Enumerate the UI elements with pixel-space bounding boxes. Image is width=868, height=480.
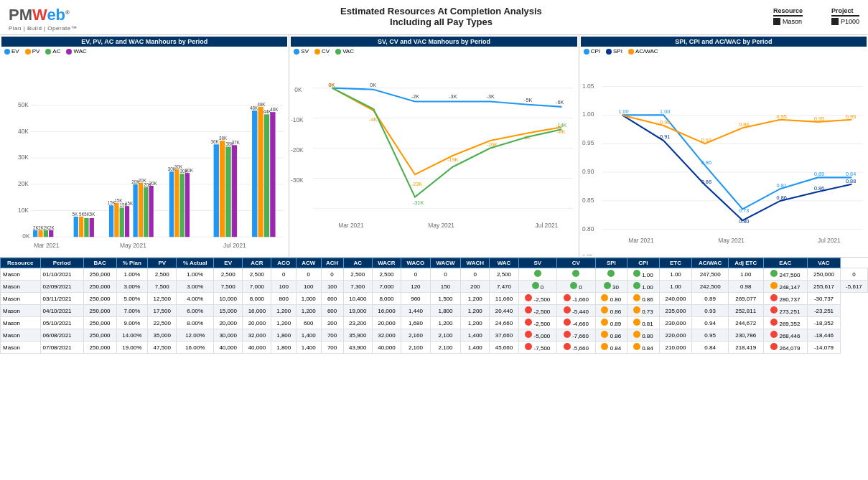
table-cell: 07/08/2021 bbox=[40, 342, 83, 354]
table-cell: 7,000 bbox=[243, 281, 271, 293]
svg-text:2K: 2K bbox=[49, 225, 55, 230]
pv-label: PV bbox=[32, 48, 40, 55]
svg-text:0.94: 0.94 bbox=[739, 121, 749, 128]
col-aco: ACO bbox=[271, 258, 297, 268]
table-cell: 100 bbox=[271, 281, 297, 293]
table-cell: 600 bbox=[321, 305, 343, 317]
col-pct-actual: % Actual bbox=[177, 258, 214, 268]
table-cell: 1,440 bbox=[401, 305, 431, 317]
svg-text:5K: 5K bbox=[90, 212, 95, 217]
col-vac: VAC bbox=[808, 258, 841, 268]
table-cell: 100 bbox=[297, 281, 322, 293]
svg-rect-45 bbox=[174, 169, 179, 237]
chart3-area: 1.05 1.00 0.95 0.90 0.85 0.80 1.00 bbox=[581, 56, 867, 255]
svg-text:1.00: 1.00 bbox=[618, 108, 628, 115]
table-cell: 248,147 bbox=[763, 281, 808, 293]
table-cell: 244,672 bbox=[728, 317, 763, 329]
table-cell: 0 bbox=[461, 268, 490, 281]
table-cell: 1,200 bbox=[297, 305, 322, 317]
table-cell: 16,000 bbox=[243, 305, 271, 317]
col-pct-plan: % Plan bbox=[116, 258, 148, 268]
svg-text:0.86: 0.86 bbox=[701, 179, 711, 185]
ac-label: AC bbox=[52, 48, 60, 55]
table-header-row: Resource Period BAC % Plan PV % Actual E… bbox=[1, 258, 868, 268]
svg-text:0.91: 0.91 bbox=[660, 133, 670, 140]
table-cell: 2,160 bbox=[401, 329, 431, 342]
table-cell: 1.00 bbox=[728, 268, 763, 281]
table-cell: 220,000 bbox=[659, 329, 692, 342]
table-cell: 1,200 bbox=[461, 305, 490, 317]
svg-text:10K: 10K bbox=[18, 207, 29, 214]
svg-text:-19K: -19K bbox=[447, 156, 459, 163]
svg-rect-55 bbox=[232, 145, 237, 237]
table-cell: 120 bbox=[401, 281, 431, 293]
col-bac: BAC bbox=[83, 258, 116, 268]
table-cell: -14,079 bbox=[808, 342, 841, 354]
table-cell: 7,000 bbox=[372, 281, 401, 293]
col-wach: WACH bbox=[461, 258, 490, 268]
table-cell: 15,000 bbox=[214, 305, 243, 317]
table-cell: 24,660 bbox=[490, 317, 518, 329]
spi-dot bbox=[606, 49, 612, 55]
table-cell: 35,000 bbox=[148, 329, 177, 342]
table-cell: 01/10/2021 bbox=[40, 268, 83, 281]
table-cell: -18,446 bbox=[808, 329, 841, 342]
chart3-title: SPI, CPI and AC/WAC by Period bbox=[581, 37, 867, 47]
table-cell: 0.84 bbox=[627, 342, 659, 354]
table-cell: 264,079 bbox=[763, 342, 808, 354]
svg-text:May 2021: May 2021 bbox=[718, 237, 745, 244]
wac-dot bbox=[66, 49, 72, 55]
table-cell: 250,000 bbox=[83, 329, 116, 342]
col-wacw: WACW bbox=[430, 258, 460, 268]
chart2-legend-vac: VAC bbox=[335, 48, 354, 55]
wac-label: WAC bbox=[73, 48, 86, 55]
table-cell: 1,800 bbox=[271, 329, 297, 342]
svg-text:0K: 0K bbox=[370, 82, 376, 88]
svg-text:48K: 48K bbox=[257, 102, 266, 107]
col-wacr: WACR bbox=[372, 258, 401, 268]
svg-text:Jul 2021: Jul 2021 bbox=[223, 242, 246, 249]
table-cell: 19.00% bbox=[116, 342, 148, 354]
col-sv: SV bbox=[518, 258, 557, 268]
chart3-legend-cpi: CPI bbox=[584, 48, 600, 55]
svg-text:May 2021: May 2021 bbox=[429, 222, 455, 229]
chart3-legend-acwac: AC/WAC bbox=[628, 48, 658, 55]
table-cell bbox=[595, 268, 627, 281]
table-cell: 2,500 bbox=[490, 268, 518, 281]
table-cell bbox=[557, 268, 596, 281]
acwac-label: AC/WAC bbox=[635, 48, 658, 55]
logo-eb: eb bbox=[47, 6, 65, 24]
table-cell: 235,000 bbox=[659, 305, 692, 317]
table-cell: 4.00% bbox=[177, 293, 214, 305]
vac-label: VAC bbox=[342, 48, 354, 55]
table-cell: 16.00% bbox=[177, 342, 214, 354]
svg-text:0.95: 0.95 bbox=[814, 116, 824, 122]
table-cell: 30,000 bbox=[214, 329, 243, 342]
svg-rect-39 bbox=[149, 186, 153, 237]
table-cell: 1,200 bbox=[461, 317, 490, 329]
col-ach: ACH bbox=[321, 258, 343, 268]
table-cell: 20,000 bbox=[214, 317, 243, 329]
page-title-line2: Including all Pay Types bbox=[109, 17, 773, 27]
legend-area: Resource Mason Project P1000 bbox=[773, 6, 859, 25]
svg-rect-29 bbox=[114, 203, 118, 237]
svg-text:1.00: 1.00 bbox=[582, 110, 594, 118]
table-cell: 0.98 bbox=[728, 281, 763, 293]
table-cell: 1,200 bbox=[271, 305, 297, 317]
table-cell: 250,000 bbox=[83, 293, 116, 305]
col-adj-etc: Adj ETC bbox=[728, 258, 763, 268]
svg-text:-30K: -30K bbox=[291, 177, 304, 184]
table-cell: 8,000 bbox=[243, 293, 271, 305]
table-cell: 1,200 bbox=[271, 317, 297, 329]
table-cell: 1,200 bbox=[461, 293, 490, 305]
ev-label: EV bbox=[11, 48, 19, 55]
svg-rect-52 bbox=[214, 144, 219, 237]
table-cell: 35,900 bbox=[343, 329, 372, 342]
svg-rect-15 bbox=[49, 230, 53, 237]
table-cell: 268,446 bbox=[763, 329, 808, 342]
project-legend: Project P1000 bbox=[831, 7, 859, 25]
table-cell: 0.89 bbox=[595, 317, 627, 329]
chart1-legend-ev: EV bbox=[4, 48, 19, 55]
table-cell: 1,400 bbox=[297, 342, 322, 354]
table-cell: 12.00% bbox=[177, 329, 214, 342]
